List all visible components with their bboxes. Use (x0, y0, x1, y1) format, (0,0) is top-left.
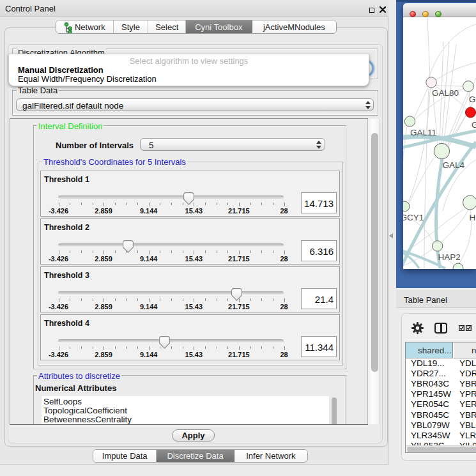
svg-text:G: G (469, 95, 476, 104)
svg-text:GAL4: GAL4 (443, 160, 465, 170)
svg-text:G: G (472, 120, 476, 130)
svg-text:GCY1: GCY1 (403, 213, 424, 222)
svg-text:GAL80: GAL80 (432, 88, 459, 98)
svg-text:HAP2: HAP2 (438, 252, 461, 262)
svg-text:H: H (470, 213, 476, 222)
svg-text:GAL11: GAL11 (410, 128, 436, 137)
